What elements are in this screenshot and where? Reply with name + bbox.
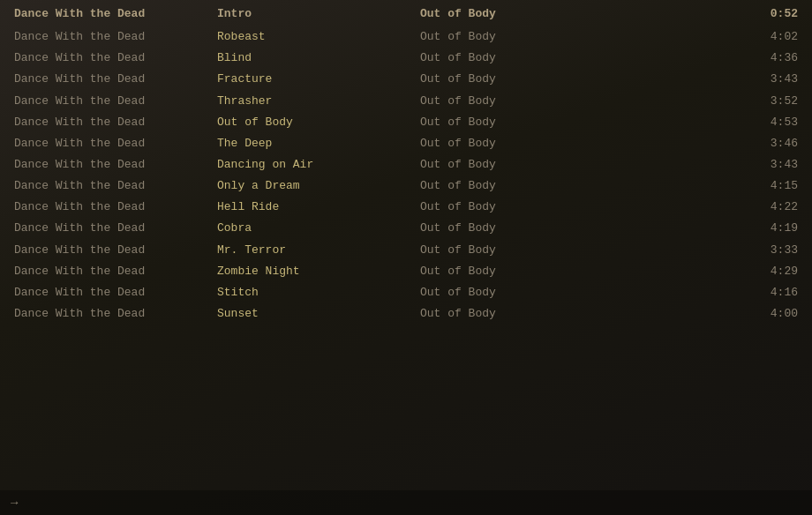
track-album: Out of Body <box>420 177 623 195</box>
header-album: Out of Body <box>420 5 623 23</box>
track-album: Out of Body <box>420 135 623 153</box>
track-artist: Dance With the Dead <box>14 71 217 88</box>
track-artist: Dance With the Dead <box>14 177 217 195</box>
track-list-header: Dance With the Dead Intro Out of Body 0:… <box>0 4 812 25</box>
track-artist: Dance With the Dead <box>14 263 217 280</box>
table-row[interactable]: Dance With the DeadMr. TerrorOut of Body… <box>0 240 812 261</box>
table-row[interactable]: Dance With the DeadStitchOut of Body4:16 <box>0 282 812 303</box>
track-title: Cobra <box>217 220 420 237</box>
track-title: Fracture <box>217 71 420 88</box>
track-artist: Dance With the Dead <box>14 114 217 131</box>
track-duration: 4:29 <box>623 263 798 280</box>
track-album: Out of Body <box>420 49 623 67</box>
track-album: Out of Body <box>420 263 623 280</box>
track-album: Out of Body <box>420 71 623 88</box>
track-title: The Deep <box>217 135 420 153</box>
table-row[interactable]: Dance With the DeadHell RideOut of Body4… <box>0 197 812 218</box>
table-row[interactable]: Dance With the DeadOnly a DreamOut of Bo… <box>0 175 812 197</box>
arrow-icon: → <box>11 496 18 510</box>
track-album: Out of Body <box>420 242 623 259</box>
track-duration: 4:22 <box>623 198 798 216</box>
track-album: Out of Body <box>420 114 623 131</box>
track-title: Thrasher <box>217 93 420 110</box>
track-duration: 3:33 <box>623 242 798 259</box>
table-row[interactable]: Dance With the DeadRobeastOut of Body4:0… <box>0 26 812 48</box>
track-duration: 3:52 <box>623 93 798 110</box>
track-title: Sunset <box>217 305 420 323</box>
table-row[interactable]: Dance With the DeadFractureOut of Body3:… <box>0 69 812 90</box>
table-row[interactable]: Dance With the DeadCobraOut of Body4:19 <box>0 218 812 239</box>
table-row[interactable]: Dance With the DeadSunsetOut of Body4:00 <box>0 303 812 325</box>
track-artist: Dance With the Dead <box>14 284 217 302</box>
track-duration: 4:16 <box>623 284 798 302</box>
track-list: Dance With the Dead Intro Out of Body 0:… <box>0 0 812 328</box>
header-artist: Dance With the Dead <box>14 5 217 23</box>
header-title: Intro <box>217 5 420 23</box>
track-title: Robeast <box>217 28 420 46</box>
track-artist: Dance With the Dead <box>14 93 217 110</box>
table-row[interactable]: Dance With the DeadOut of BodyOut of Bod… <box>0 112 812 133</box>
table-row[interactable]: Dance With the DeadBlindOut of Body4:36 <box>0 48 812 69</box>
track-title: Zombie Night <box>217 263 420 280</box>
track-artist: Dance With the Dead <box>14 220 217 237</box>
track-duration: 4:15 <box>623 177 798 195</box>
track-artist: Dance With the Dead <box>14 28 217 46</box>
track-duration: 3:43 <box>623 156 798 174</box>
header-duration: 0:52 <box>623 5 798 23</box>
track-album: Out of Body <box>420 93 623 110</box>
track-album: Out of Body <box>420 305 623 323</box>
table-row[interactable]: Dance With the DeadThrasherOut of Body3:… <box>0 91 812 112</box>
table-row[interactable]: Dance With the DeadDancing on AirOut of … <box>0 154 812 175</box>
track-artist: Dance With the Dead <box>14 49 217 67</box>
track-artist: Dance With the Dead <box>14 135 217 153</box>
track-title: Mr. Terror <box>217 242 420 259</box>
track-duration: 4:02 <box>623 28 798 46</box>
track-artist: Dance With the Dead <box>14 305 217 323</box>
track-duration: 4:53 <box>623 114 798 131</box>
track-artist: Dance With the Dead <box>14 242 217 259</box>
track-album: Out of Body <box>420 284 623 302</box>
track-artist: Dance With the Dead <box>14 156 217 174</box>
track-duration: 4:36 <box>623 49 798 67</box>
track-title: Only a Dream <box>217 177 420 195</box>
track-artist: Dance With the Dead <box>14 198 217 216</box>
track-title: Blind <box>217 49 420 67</box>
track-duration: 3:43 <box>623 71 798 88</box>
bottom-bar: → <box>0 490 812 515</box>
track-album: Out of Body <box>420 198 623 216</box>
track-album: Out of Body <box>420 156 623 174</box>
track-title: Out of Body <box>217 114 420 131</box>
track-title: Stitch <box>217 284 420 302</box>
track-duration: 3:46 <box>623 135 798 153</box>
track-title: Dancing on Air <box>217 156 420 174</box>
track-duration: 4:19 <box>623 220 798 237</box>
track-title: Hell Ride <box>217 198 420 216</box>
track-album: Out of Body <box>420 28 623 46</box>
track-album: Out of Body <box>420 220 623 237</box>
table-row[interactable]: Dance With the DeadZombie NightOut of Bo… <box>0 261 812 282</box>
table-row[interactable]: Dance With the DeadThe DeepOut of Body3:… <box>0 133 812 154</box>
track-duration: 4:00 <box>623 305 798 323</box>
